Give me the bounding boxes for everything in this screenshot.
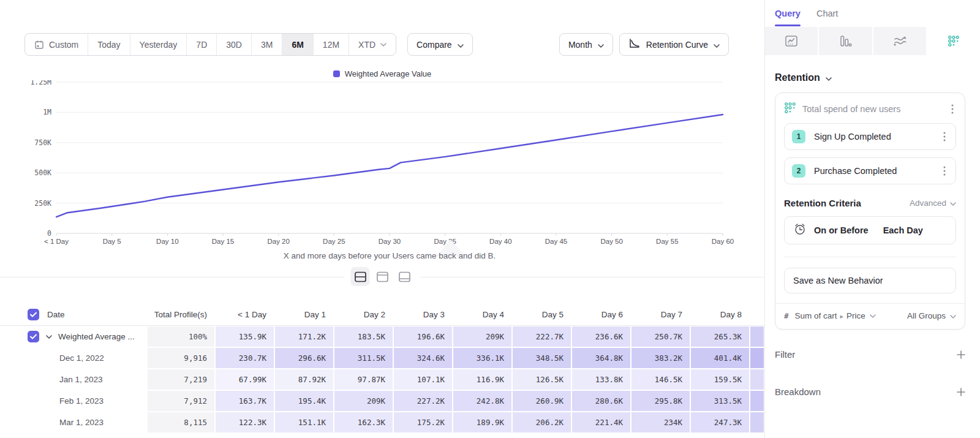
expand-chevron-icon[interactable] [46, 335, 52, 339]
retention-value-cell[interactable]: 324.6K [394, 348, 452, 368]
range-yesterday[interactable]: Yesterday [130, 34, 187, 55]
range-12m[interactable]: 12M [314, 34, 349, 55]
range-6m[interactable]: 6M [282, 34, 313, 55]
retention-section-header[interactable]: Retention [775, 72, 965, 83]
kebab-menu-icon[interactable] [941, 130, 948, 143]
retention-value-cell[interactable]: 364.8K [572, 348, 630, 368]
add-breakdown-button[interactable] [957, 388, 965, 396]
report-type-flows[interactable] [873, 27, 926, 55]
range-today[interactable]: Today [88, 34, 130, 55]
compare-button[interactable]: Compare [407, 33, 473, 56]
table-header-row: DateTotal Profile(s)< 1 DayDay 1Day 2Day… [0, 303, 764, 326]
svg-text:Day 25: Day 25 [323, 238, 345, 245]
retention-value-cell[interactable]: 126.5K [513, 369, 571, 390]
retention-value-cell[interactable]: 265.3K [691, 327, 749, 347]
report-type-retention[interactable] [927, 27, 980, 55]
retention-value-cell[interactable]: 311.5K [334, 348, 393, 368]
granularity-button[interactable]: Month [559, 33, 613, 56]
criteria-condition-row[interactable]: On or Before Each Day [784, 216, 956, 244]
retention-value-cell[interactable]: 195.4K [275, 391, 333, 411]
retention-value-cell[interactable]: 383.2K [631, 348, 690, 368]
row-checkbox[interactable] [28, 331, 39, 342]
groups-label: All Groups [907, 311, 946, 320]
tab-query[interactable]: Query [775, 0, 801, 27]
range-30d[interactable]: 30D [217, 34, 252, 55]
retention-value-cell[interactable]: 336.1K [453, 348, 511, 368]
retention-section-title: Retention [775, 72, 820, 83]
compare-label: Compare [417, 40, 452, 50]
retention-value-cell[interactable]: 116.9K [453, 369, 511, 390]
chart-type-label: Retention Curve [646, 40, 708, 50]
advanced-label: Advanced [910, 198, 946, 208]
retention-value-cell[interactable]: 206.2K [513, 412, 571, 432]
retention-value-cell[interactable]: 242.8K [453, 391, 511, 411]
chevron-down-icon [714, 40, 720, 50]
retention-value-cell[interactable]: 87.92K [275, 369, 333, 390]
groups-selector[interactable]: All Groups [907, 311, 956, 320]
retention-value-cell[interactable]: 230.7K [216, 348, 274, 368]
retention-value-cell[interactable]: 122.3K [216, 412, 274, 432]
retention-value-cell[interactable]: 163.7K [216, 391, 274, 411]
retention-value-cell[interactable]: 171.2K [275, 327, 333, 347]
add-filter-button[interactable] [957, 350, 965, 359]
row-label: Jan 1, 2023 [59, 375, 103, 384]
select-all-checkbox[interactable] [28, 309, 39, 320]
metric-property-label: Price [846, 311, 865, 320]
retention-value-cell[interactable]: 151.1K [275, 412, 333, 432]
report-type-insights[interactable] [765, 27, 818, 55]
retention-value-cell[interactable]: 348.5K [513, 348, 571, 368]
retention-value-cell[interactable]: 209K [334, 391, 393, 411]
retention-value-cell[interactable]: 295.8K [631, 391, 690, 411]
header-col-8: Day 7 [631, 303, 690, 325]
retention-value-cell[interactable]: 146.5K [631, 369, 690, 390]
retention-value-cell[interactable]: 162.3K [334, 412, 393, 432]
retention-value-cell[interactable]: 247.3K [691, 412, 749, 432]
row-label: Feb 1, 2023 [59, 396, 104, 406]
tab-chart[interactable]: Chart [816, 0, 838, 27]
svg-text:X and more days before your Us: X and more days before your Users came b… [284, 251, 496, 260]
behavior-step-2[interactable]: 2 Purchase Completed [784, 157, 956, 184]
retention-value-cell[interactable]: 189.9K [453, 412, 511, 432]
chart-type-button[interactable]: Retention Curve [619, 33, 729, 56]
retention-value-cell[interactable]: 227.2K [394, 391, 452, 411]
retention-value-cell[interactable]: 313.5K [691, 391, 749, 411]
retention-value-cell[interactable]: 209K [453, 327, 511, 347]
retention-value-cell[interactable]: 401.4K [691, 348, 749, 368]
svg-text:Day 20: Day 20 [267, 238, 289, 245]
header-total-profiles: Total Profile(s) [147, 303, 215, 325]
svg-text:0: 0 [47, 229, 51, 238]
metric-selector[interactable]: Sum of cart▸Price [795, 311, 865, 320]
chart-bottom-view-toggle[interactable] [395, 267, 414, 286]
retention-value-cell[interactable]: 183.5K [334, 327, 393, 347]
retention-value-cell[interactable]: 260.9K [513, 391, 571, 411]
kebab-menu-icon[interactable] [949, 103, 956, 115]
total-profiles-cell: 7,912 [148, 391, 214, 411]
chart-top-view-toggle[interactable] [373, 267, 392, 286]
retention-value-cell[interactable]: 175.2K [394, 412, 452, 432]
retention-value-cell[interactable]: 135.9K [216, 327, 274, 347]
split-view-toggle[interactable] [351, 267, 370, 286]
range-xtd[interactable]: XTD [349, 34, 396, 55]
retention-value-cell[interactable]: 159.5K [691, 369, 749, 390]
retention-value-cell[interactable]: 133.8K [572, 369, 630, 390]
range-custom[interactable]: Custom [25, 34, 88, 55]
range-3m[interactable]: 3M [252, 34, 282, 55]
retention-value-cell[interactable]: 222.7K [513, 327, 571, 347]
retention-value-cell[interactable]: 107.1K [394, 369, 452, 390]
behavior-step-1[interactable]: 1 Sign Up Completed [784, 123, 956, 150]
retention-value-cell[interactable]: 67.99K [216, 369, 274, 390]
retention-value-cell[interactable]: 236.6K [572, 327, 630, 347]
retention-curve-chart[interactable]: 1.25M1M750K500K250K0< 1 DayDay 5Day 10Da… [0, 80, 764, 264]
retention-value-cell[interactable]: 234K [631, 412, 690, 432]
report-type-funnels[interactable] [819, 27, 872, 55]
retention-value-cell[interactable]: 221.4K [572, 412, 630, 432]
retention-value-cell[interactable]: 97.87K [334, 369, 393, 390]
kebab-menu-icon[interactable] [941, 165, 948, 177]
advanced-dropdown[interactable]: Advanced [910, 198, 956, 208]
retention-value-cell[interactable]: 250.7K [631, 327, 690, 347]
save-as-new-behavior-button[interactable]: Save as New Behavior [784, 268, 956, 293]
retention-value-cell[interactable]: 196.6K [394, 327, 452, 347]
retention-value-cell[interactable]: 280.6K [572, 391, 630, 411]
range-7d[interactable]: 7D [187, 34, 217, 55]
retention-value-cell[interactable]: 296.6K [275, 348, 333, 368]
